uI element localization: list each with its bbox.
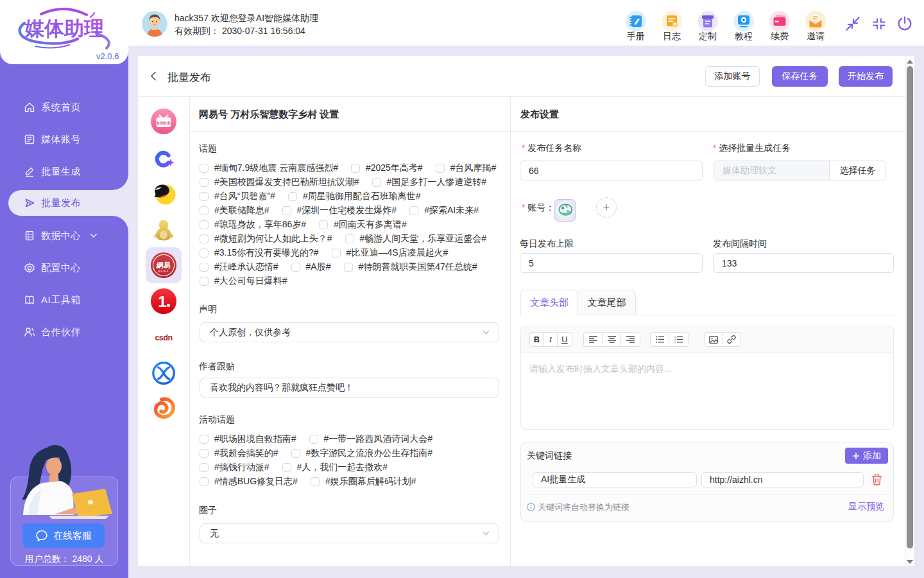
svg-text:1: 1 <box>158 293 166 310</box>
svg-text:bilibili: bilibili <box>157 120 171 126</box>
svg-text:網易: 網易 <box>156 261 171 269</box>
svg-text:NEWS: NEWS <box>158 270 169 273</box>
svg-text:3: 3 <box>674 341 676 344</box>
svg-text:媒体助理: 媒体助理 <box>24 17 104 40</box>
svg-text:csdn: csdn <box>155 333 172 342</box>
